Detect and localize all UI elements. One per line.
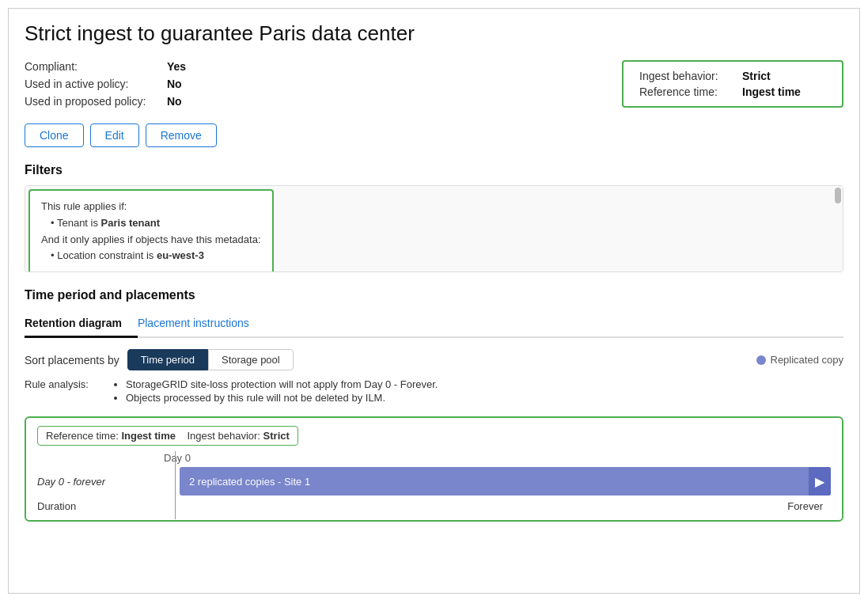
ref-ingest-bar: Reference time: Ingest time Ingest behav… xyxy=(37,426,298,446)
used-proposed-value: No xyxy=(167,95,182,108)
used-proposed-label: Used in proposed policy: xyxy=(25,95,167,108)
ingest-behavior-value: Strict xyxy=(742,70,771,82)
scrollbar[interactable] xyxy=(835,188,841,203)
duration-row: Duration Forever xyxy=(37,500,831,512)
sort-storage-pool-btn[interactable]: Storage pool xyxy=(208,349,294,370)
diag-ingest-value: Strict xyxy=(263,430,290,442)
vertical-line xyxy=(175,451,176,519)
rule-analysis: Rule analysis: StorageGRID site-loss pro… xyxy=(25,378,843,405)
ingest-box: Ingest behavior: Strict Reference time: … xyxy=(622,60,843,108)
meta-row-proposed: Used in proposed policy: No xyxy=(25,95,622,108)
sort-time-period-btn[interactable]: Time period xyxy=(127,349,208,370)
meta-row-compliant: Compliant: Yes xyxy=(25,60,622,73)
analysis-item-1: Objects processed by this rule will not … xyxy=(126,392,438,404)
diag-ingest-label: Ingest behavior: xyxy=(187,430,260,442)
sort-controls: Sort placements by Time period Storage p… xyxy=(25,349,294,370)
sort-row: Sort placements by Time period Storage p… xyxy=(25,349,843,370)
compliant-value: Yes xyxy=(167,60,186,73)
ingest-behavior-label: Ingest behavior: xyxy=(639,70,734,82)
sort-label: Sort placements by xyxy=(25,354,119,366)
diag-ref-time-label: Reference time: xyxy=(46,430,119,442)
filter-applies-if: This rule applies if: • Tenant is Paris … xyxy=(41,199,261,264)
bar-arrow-icon: ▶ xyxy=(809,467,831,496)
duration-value: Forever xyxy=(164,500,831,512)
replicated-legend: Replicated copy xyxy=(756,354,844,366)
placement-area: Day 0 - forever 2 replicated copies - Si… xyxy=(37,467,831,496)
sort-buttons: Time period Storage pool xyxy=(127,349,294,370)
page-container: Strict ingest to guarantee Paris data ce… xyxy=(8,8,860,594)
reference-time-value: Ingest time xyxy=(742,85,801,98)
legend-label: Replicated copy xyxy=(771,354,844,366)
time-period-title: Time period and placements xyxy=(25,288,843,302)
diag-ref-time-value: Ingest time xyxy=(121,430,176,442)
compliant-label: Compliant: xyxy=(25,60,167,73)
meta-section: Compliant: Yes Used in active policy: No… xyxy=(25,60,843,112)
analysis-item-0: StorageGRID site-loss protection will no… xyxy=(126,378,438,390)
clone-button[interactable]: Clone xyxy=(25,123,84,147)
page-title: Strict ingest to guarantee Paris data ce… xyxy=(25,21,843,46)
ingest-behavior-row: Ingest behavior: Strict xyxy=(639,70,826,82)
reference-time-row: Reference time: Ingest time xyxy=(639,85,826,98)
filters-title: Filters xyxy=(25,163,843,177)
tabs-row: Retention diagram Placement instructions xyxy=(25,310,843,338)
used-active-label: Used in active policy: xyxy=(25,78,167,90)
filter-box: This rule applies if: • Tenant is Paris … xyxy=(28,189,274,272)
time-period-section: Time period and placements Retention dia… xyxy=(25,288,843,522)
tab-retention[interactable]: Retention diagram xyxy=(25,310,138,338)
reference-time-label: Reference time: xyxy=(639,85,734,98)
filters-container: This rule applies if: • Tenant is Paris … xyxy=(25,185,843,272)
day-label-row: Day 0 xyxy=(164,452,831,464)
replicated-bar: 2 replicated copies - Site 1 ▶ xyxy=(180,467,831,496)
placement-bar-area: 2 replicated copies - Site 1 ▶ xyxy=(164,467,831,496)
meta-left: Compliant: Yes Used in active policy: No… xyxy=(25,60,622,112)
legend-dot xyxy=(756,355,766,365)
tab-placement[interactable]: Placement instructions xyxy=(138,310,265,338)
day-zero-label: Day 0 xyxy=(164,452,191,464)
bar-text: 2 replicated copies - Site 1 xyxy=(189,476,310,488)
diagram-container: Reference time: Ingest time Ingest behav… xyxy=(25,416,843,522)
action-buttons: Clone Edit Remove xyxy=(25,123,843,147)
placement-row-label: Day 0 - forever xyxy=(37,476,164,488)
analysis-list: StorageGRID site-loss protection will no… xyxy=(126,378,438,405)
meta-row-active: Used in active policy: No xyxy=(25,78,622,90)
used-active-value: No xyxy=(167,78,182,90)
rule-analysis-label: Rule analysis: xyxy=(25,378,104,390)
remove-button[interactable]: Remove xyxy=(146,123,217,147)
edit-button[interactable]: Edit xyxy=(90,123,139,147)
duration-label: Duration xyxy=(37,500,164,512)
